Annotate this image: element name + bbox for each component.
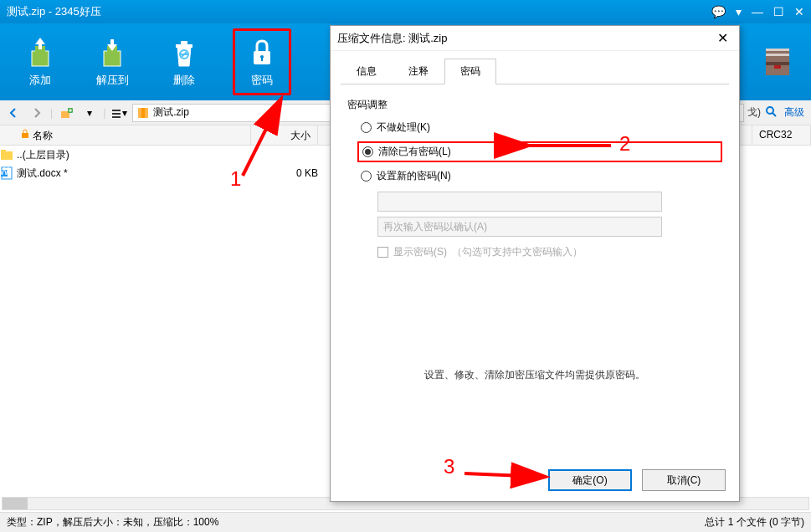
col-crc[interactable]: CRC32 bbox=[752, 125, 811, 145]
delete-label: 删除 bbox=[173, 73, 195, 88]
svg-line-30 bbox=[243, 100, 280, 176]
radio-icon bbox=[361, 122, 372, 133]
annotation-2: 2 bbox=[619, 132, 630, 156]
path-text: 测试.zip bbox=[153, 105, 189, 120]
svg-rect-4 bbox=[176, 44, 192, 48]
svg-rect-20 bbox=[112, 116, 121, 118]
close-icon[interactable]: ✕ bbox=[712, 28, 732, 49]
svg-rect-24 bbox=[22, 133, 28, 138]
dialog-tabs: 信息 注释 密码 bbox=[341, 58, 729, 84]
password-button[interactable]: 密码 bbox=[233, 28, 291, 95]
close-icon[interactable]: ✕ bbox=[794, 5, 804, 18]
svg-rect-19 bbox=[112, 113, 121, 115]
arrow-1 bbox=[201, 92, 301, 195]
delete-button[interactable]: 删除 bbox=[161, 33, 208, 91]
arrow-3 bbox=[460, 465, 561, 484]
svg-rect-2 bbox=[104, 51, 121, 66]
svg-rect-18 bbox=[112, 110, 121, 111]
radio-icon bbox=[361, 171, 372, 182]
dialog-title: 压缩文件信息: 测试.zip bbox=[337, 31, 712, 46]
svg-rect-5 bbox=[181, 41, 187, 44]
window-title: 测试.zip - 2345好压 bbox=[7, 4, 711, 19]
svg-rect-15 bbox=[766, 62, 789, 65]
dropdown-button[interactable]: ▾ bbox=[80, 103, 100, 123]
forward-button[interactable] bbox=[27, 103, 47, 123]
extract-icon bbox=[95, 36, 129, 69]
list-view-button[interactable]: ▾ bbox=[109, 103, 129, 123]
svg-line-32 bbox=[465, 473, 544, 477]
radio-icon bbox=[362, 146, 373, 157]
dialog-hint: 设置、修改、清除加密压缩文件均需提供原密码。 bbox=[347, 368, 722, 382]
delete-icon bbox=[167, 36, 201, 69]
tab-password[interactable]: 密码 bbox=[444, 59, 496, 84]
svg-rect-12 bbox=[766, 49, 789, 51]
dialog-titlebar: 压缩文件信息: 测试.zip ✕ bbox=[331, 26, 739, 51]
pwd-section-label: 密码调整 bbox=[347, 98, 722, 112]
back-button[interactable] bbox=[3, 103, 23, 123]
status-left: 类型：ZIP，解压后大小：未知，压缩比：100% bbox=[7, 515, 705, 529]
lock-icon bbox=[245, 36, 279, 69]
show-password-label: 显示密码(S) bbox=[393, 245, 447, 259]
maximize-icon[interactable]: ☐ bbox=[773, 5, 784, 18]
winrar-icon bbox=[761, 45, 794, 79]
ok-button[interactable]: 确定(O) bbox=[548, 469, 632, 491]
advanced-link[interactable]: 高级 bbox=[784, 105, 804, 120]
docx-icon: W bbox=[0, 166, 13, 180]
svg-point-23 bbox=[767, 107, 773, 114]
svg-text:W: W bbox=[0, 166, 9, 177]
add-button[interactable]: 添加 bbox=[17, 33, 64, 91]
statusbar: 类型：ZIP，解压后大小：未知，压缩比：100% 总计 1 个文件 (0 字节) bbox=[0, 512, 811, 532]
add-icon bbox=[23, 36, 57, 69]
nav-right: 戈) 高级 bbox=[747, 105, 808, 121]
password-input[interactable] bbox=[377, 192, 662, 212]
add-archive-button[interactable] bbox=[56, 103, 76, 123]
chat-icon[interactable]: 💬 bbox=[711, 5, 726, 18]
svg-rect-26 bbox=[1, 150, 6, 152]
show-password-checkbox[interactable] bbox=[377, 247, 388, 258]
arrow-2 bbox=[519, 137, 619, 156]
add-label: 添加 bbox=[29, 73, 51, 88]
svg-rect-22 bbox=[141, 108, 145, 118]
svg-rect-13 bbox=[766, 54, 789, 56]
annotation-3: 3 bbox=[444, 455, 454, 478]
password-confirm-input[interactable] bbox=[377, 217, 662, 237]
nav-hint: 戈) bbox=[747, 105, 761, 120]
titlebar: 测试.zip - 2345好压 💬 ▾ — ☐ ✕ bbox=[0, 0, 811, 23]
password-label: 密码 bbox=[251, 73, 273, 88]
show-password-hint: （勾选可支持中文密码输入） bbox=[452, 245, 583, 259]
svg-rect-0 bbox=[32, 51, 49, 66]
tab-info[interactable]: 信息 bbox=[341, 59, 393, 84]
dropdown-icon[interactable]: ▾ bbox=[736, 5, 742, 18]
svg-rect-9 bbox=[261, 58, 263, 61]
tab-comment[interactable]: 注释 bbox=[393, 59, 444, 84]
svg-rect-25 bbox=[1, 151, 13, 160]
minimize-icon[interactable]: — bbox=[752, 5, 763, 18]
lock-small-icon bbox=[20, 129, 30, 139]
titlebar-controls: 💬 ▾ — ☐ ✕ bbox=[711, 5, 804, 18]
folder-up-icon bbox=[0, 148, 13, 161]
extract-label: 解压到 bbox=[96, 73, 129, 88]
password-dialog: 压缩文件信息: 测试.zip ✕ 信息 注释 密码 密码调整 不做处理(K) 清… bbox=[330, 25, 740, 502]
scrollbar-thumb[interactable] bbox=[3, 498, 28, 509]
extract-button[interactable]: 解压到 bbox=[89, 33, 136, 91]
search-icon[interactable] bbox=[764, 105, 781, 121]
radio-set-password[interactable]: 设置新的密码(N) bbox=[357, 167, 722, 185]
cancel-button[interactable]: 取消(C) bbox=[642, 469, 726, 491]
status-right: 总计 1 个文件 (0 字节) bbox=[705, 515, 804, 529]
radio-no-action[interactable]: 不做处理(K) bbox=[357, 119, 722, 136]
archive-icon bbox=[136, 106, 150, 120]
